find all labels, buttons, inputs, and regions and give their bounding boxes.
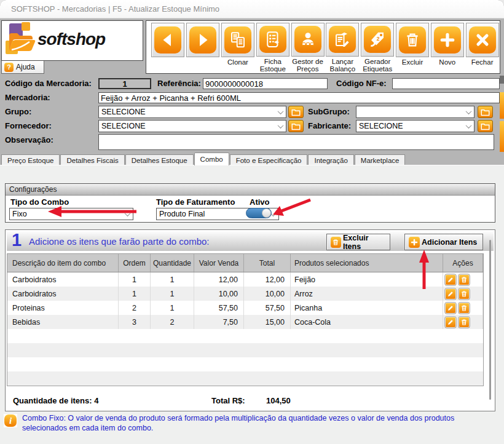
- empty-row: [7, 343, 483, 357]
- arrow-right-icon: [189, 26, 216, 54]
- mercadoria-input[interactable]: [98, 92, 500, 103]
- edit-row-button[interactable]: [444, 316, 457, 328]
- fabricante-lookup-button[interactable]: [478, 120, 493, 132]
- app-window: SOFTSHOP - Mercadorias | F5 - Atualizar …: [0, 0, 504, 444]
- tab-marketplace[interactable]: Marketplace: [355, 154, 406, 165]
- window-edge-fragment: [500, 76, 504, 84]
- step-number: 1: [12, 230, 22, 250]
- grupo-label: Grupo:: [5, 107, 31, 116]
- qty-label: Quantidade de itens:: [13, 396, 92, 405]
- copy-icon: [224, 26, 251, 54]
- folder-icon: [481, 108, 490, 116]
- softshop-logo-icon: [6, 22, 37, 58]
- tab-foto-especificacao[interactable]: Foto e Especificação: [230, 154, 308, 165]
- trash-icon: [399, 26, 426, 54]
- folder-icon: [291, 108, 301, 116]
- total-label: Total R$:: [211, 396, 245, 405]
- configuracoes-groupbox: Configurações Tipo do Combo Fixo Tipo de…: [5, 183, 495, 223]
- ativo-toggle[interactable]: [246, 208, 272, 218]
- observacao-input[interactable]: [98, 134, 494, 150]
- window-edge-fragment: [500, 121, 504, 152]
- mercadoria-label: Mercadoria:: [5, 93, 50, 102]
- question-icon: ?: [4, 63, 14, 72]
- combo-items-table: Descrição do item do combo Ordem Quantid…: [7, 253, 484, 386]
- close-icon: [469, 26, 496, 54]
- total-value: 104,50: [266, 396, 291, 405]
- trash-icon: [460, 290, 468, 298]
- excluir-itens-button[interactable]: Excluir Itens: [326, 234, 390, 250]
- grupo-select[interactable]: SELECIONE: [98, 106, 286, 118]
- chevron-down-icon: [463, 121, 473, 131]
- toolbar-button-lancar-balanco[interactable]: Lançar Balanço: [325, 23, 360, 73]
- trash-icon: [331, 237, 341, 248]
- empty-row: [7, 329, 483, 343]
- plus-icon: [434, 26, 461, 54]
- toolbar-button-clonar[interactable]: Clonar: [221, 23, 256, 73]
- tab-combo[interactable]: Combo: [194, 153, 229, 165]
- help-label: Ajuda: [16, 63, 35, 71]
- toolbar-button-fechar[interactable]: Fechar: [465, 23, 500, 73]
- chevron-down-icon: [463, 107, 473, 117]
- subgrupo-lookup-button[interactable]: [478, 106, 493, 118]
- chevron-down-icon: [122, 209, 132, 219]
- toolbar-button-novo[interactable]: Novo: [430, 23, 465, 73]
- toggle-knob: [262, 208, 271, 218]
- edit-row-button[interactable]: [444, 274, 457, 286]
- subgrupo-select[interactable]: [356, 106, 474, 118]
- tab-preco-estoque[interactable]: Preço Estoque: [1, 154, 60, 165]
- pencil-icon: [447, 319, 454, 326]
- tipo-combo-select[interactable]: Fixo: [9, 208, 133, 220]
- table-row[interactable]: Proteinas 2 1 57,50 57,50 Picanha: [7, 301, 483, 315]
- nfe-input[interactable]: [392, 78, 500, 89]
- toolbar-button-gestor-precos[interactable]: Gestor de Preços: [290, 23, 325, 73]
- table-row[interactable]: Carboidratos 1 1 12,00 12,00 Feijão: [7, 272, 483, 287]
- fornecedor-select[interactable]: SELECIONE: [98, 120, 286, 132]
- price-manager-icon: [294, 26, 321, 53]
- tabstrip: Preço Estoque Detalhes Fiscais Detalhes …: [1, 154, 406, 165]
- delete-row-button[interactable]: [458, 274, 470, 286]
- toolbar: Clonar Ficha Estoque Gestor de Preços La…: [146, 20, 500, 74]
- table-row[interactable]: Bebidas 3 2 7,50 15,00 Coca-Cola: [7, 315, 483, 329]
- delete-row-button[interactable]: [458, 316, 470, 328]
- trash-icon: [460, 319, 468, 326]
- tab-detalhes-fiscais[interactable]: Detalhes Fiscais: [60, 154, 124, 165]
- info-note: i Combo Fixo: O valor de venda do produt…: [4, 414, 495, 433]
- arrow-left-icon: [154, 26, 181, 54]
- referencia-label: Referência:: [157, 79, 201, 88]
- fornecedor-label: Fornecedor:: [5, 121, 52, 130]
- codigo-value: 1: [98, 78, 151, 89]
- tab-integracao[interactable]: Integração: [308, 154, 353, 165]
- note-text: Combo Fixo: O valor de venda do produto …: [22, 414, 495, 433]
- edit-row-button[interactable]: [444, 302, 457, 314]
- fabricante-select[interactable]: SELECIONE: [356, 120, 474, 132]
- groupbox-header: Configurações: [6, 184, 495, 196]
- toolbar-button-ficha-estoque[interactable]: Ficha Estoque: [255, 23, 290, 73]
- help-tab[interactable]: ? Ajuda: [1, 61, 44, 74]
- brand-name: softshop: [37, 30, 105, 49]
- toolbar-button-next[interactable]: [186, 23, 221, 73]
- tipo-combo-label: Tipo do Combo: [10, 197, 69, 207]
- window-title: SOFTSHOP - Mercadorias | F5 - Atualizar …: [11, 4, 219, 14]
- fabricante-label: Fabricante:: [308, 121, 351, 130]
- stock-card-icon: [259, 26, 286, 53]
- pencil-icon: [447, 290, 454, 298]
- grupo-lookup-button[interactable]: [288, 106, 304, 118]
- edit-row-button[interactable]: [444, 288, 457, 300]
- fornecedor-lookup-button[interactable]: [288, 120, 304, 132]
- adicionar-itens-button[interactable]: Adicionar Itens: [404, 234, 483, 250]
- delete-row-button[interactable]: [458, 302, 470, 314]
- toolbar-button-excluir[interactable]: Excluir: [395, 23, 430, 73]
- toolbar-button-previous[interactable]: [151, 23, 186, 73]
- chevron-down-icon: [275, 121, 285, 131]
- items-scrollbar[interactable]: [489, 240, 491, 400]
- tab-detalhes-estoque[interactable]: Detalhes Estoque: [125, 154, 194, 165]
- combo-items-panel: 1 Adicione os itens que farão parte do c…: [5, 229, 495, 411]
- toolbar-button-gerador-etiquetas[interactable]: 2 Gerador Etiquetas: [360, 23, 395, 73]
- table-row[interactable]: Carboidratos 1 1 10,00 10,00 Arroz: [7, 287, 483, 301]
- referencia-input[interactable]: [203, 78, 328, 89]
- chevron-down-icon: [275, 107, 285, 117]
- delete-row-button[interactable]: [458, 288, 470, 300]
- folder-icon: [291, 122, 301, 130]
- table-header-row: Descrição do item do combo Ordem Quantid…: [7, 254, 483, 272]
- qty-value: 4: [94, 396, 98, 405]
